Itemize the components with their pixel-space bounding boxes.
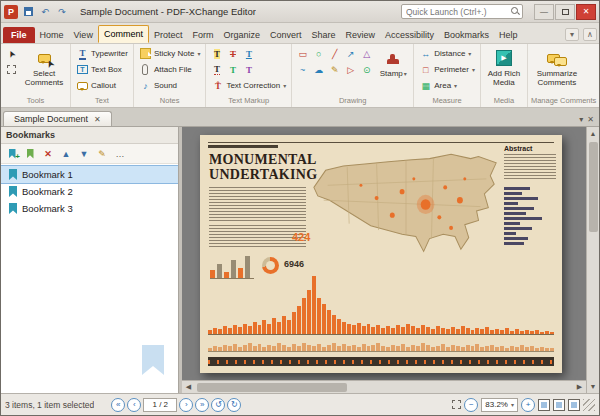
vertical-scrollbar[interactable]: ▲ ▼ bbox=[586, 127, 599, 393]
close-button[interactable]: ✕ bbox=[576, 4, 596, 20]
eraser-tool-icon[interactable]: ▷ bbox=[343, 62, 358, 77]
zoom-dropdown-icon[interactable]: ▾ bbox=[511, 401, 514, 408]
sticky-note-button[interactable]: Sticky Note▾ bbox=[137, 46, 202, 61]
polygon-shape-icon[interactable]: △ bbox=[359, 46, 374, 61]
rectangle-shape-icon[interactable]: ▭ bbox=[295, 46, 310, 61]
delete-bookmark-icon[interactable]: ✕ bbox=[40, 146, 56, 162]
scroll-right-icon[interactable]: ▶ bbox=[573, 381, 586, 393]
resize-grip[interactable] bbox=[583, 399, 595, 411]
tab-review[interactable]: Review bbox=[341, 27, 381, 43]
move-down-icon[interactable]: ▼ bbox=[76, 146, 92, 162]
dot-shape-icon[interactable]: ⊙ bbox=[359, 62, 374, 77]
minimize-button[interactable]: — bbox=[534, 4, 554, 20]
undo-icon[interactable]: ↶ bbox=[38, 5, 52, 19]
bookmark-item[interactable]: Bookmark 3 bbox=[1, 200, 178, 217]
cloud-shape-icon[interactable]: ☁ bbox=[311, 62, 326, 77]
add-rich-media-button[interactable]: ▶ Add Rich Media bbox=[484, 46, 524, 88]
fit-width-icon[interactable] bbox=[553, 399, 565, 411]
pencil-tool-icon[interactable]: ✎ bbox=[327, 62, 342, 77]
page-kicker bbox=[208, 145, 278, 148]
ellipse-shape-icon[interactable]: ○ bbox=[311, 46, 326, 61]
horizontal-scrollbar[interactable]: ◀ ▶ bbox=[182, 380, 586, 393]
squiggly-underline-icon[interactable]: T bbox=[209, 62, 224, 77]
quick-launch[interactable] bbox=[401, 4, 523, 19]
scroll-left-icon[interactable]: ◀ bbox=[182, 381, 195, 393]
fit-visible-icon[interactable] bbox=[568, 399, 580, 411]
document-tab[interactable]: Sample Document ✕ bbox=[3, 111, 112, 126]
tab-protect[interactable]: Protect bbox=[149, 27, 188, 43]
snapshot-tool-icon[interactable] bbox=[452, 400, 461, 409]
tab-accessibility[interactable]: Accessibility bbox=[380, 27, 439, 43]
summarize-comments-button[interactable]: Summarize Comments bbox=[531, 46, 583, 88]
ribbon-options-icon[interactable]: ▾ bbox=[565, 28, 579, 41]
callout-button[interactable]: Callout bbox=[74, 78, 130, 93]
last-page-button[interactable]: » bbox=[195, 398, 209, 412]
bookmark-options-icon[interactable]: … bbox=[112, 146, 128, 162]
add-child-bookmark-icon[interactable] bbox=[22, 146, 38, 162]
line-shape-icon[interactable]: ╱ bbox=[327, 46, 342, 61]
underline-text-icon[interactable]: T bbox=[241, 46, 256, 61]
page-right-bar-chart bbox=[504, 187, 556, 247]
zoom-in-button[interactable]: + bbox=[521, 398, 535, 412]
scroll-up-icon[interactable]: ▲ bbox=[587, 127, 599, 140]
maximize-button[interactable] bbox=[555, 4, 575, 20]
tab-share[interactable]: Share bbox=[306, 27, 340, 43]
pan-tool-icon[interactable]: ➤ bbox=[4, 46, 19, 61]
search-icon[interactable] bbox=[511, 7, 520, 16]
replace-text-icon[interactable]: T bbox=[241, 62, 256, 77]
bookmark-item[interactable]: Bookmark 1 bbox=[1, 166, 178, 183]
tab-bookmarks[interactable]: Bookmarks bbox=[439, 27, 494, 43]
text-correction-button[interactable]: T̂ Text Correction▾ bbox=[209, 78, 288, 93]
add-bookmark-icon[interactable]: + bbox=[4, 146, 20, 162]
document-tab-close-icon[interactable]: ✕ bbox=[94, 115, 101, 124]
move-up-icon[interactable]: ▲ bbox=[58, 146, 74, 162]
tab-list-icon[interactable]: ▾ bbox=[579, 115, 583, 124]
text-box-button[interactable]: T Text Box bbox=[74, 62, 130, 77]
quick-launch-input[interactable] bbox=[404, 6, 511, 18]
sound-button[interactable]: ♪ Sound bbox=[137, 78, 202, 93]
scroll-down-icon[interactable]: ▼ bbox=[587, 380, 599, 393]
zoom-out-button[interactable]: − bbox=[464, 398, 478, 412]
page-donut-chart bbox=[262, 257, 279, 274]
document-view[interactable]: MONUMENTAL UNDERTAKING 6946 424 43.5% bbox=[182, 127, 586, 380]
tab-organize[interactable]: Organize bbox=[218, 27, 265, 43]
horizontal-scroll-thumb[interactable] bbox=[197, 383, 347, 392]
tab-view[interactable]: View bbox=[69, 27, 98, 43]
strikeout-text-icon[interactable]: T bbox=[225, 46, 240, 61]
zoom-level-box[interactable]: 83.2% ▾ bbox=[481, 398, 518, 412]
snapshot-icon[interactable] bbox=[4, 62, 19, 77]
tab-home[interactable]: Home bbox=[35, 27, 69, 43]
save-icon[interactable] bbox=[21, 5, 35, 19]
select-comments-button[interactable]: ➤ Select Comments bbox=[21, 46, 67, 88]
perimeter-button[interactable]: □ Perimeter▾ bbox=[417, 62, 477, 77]
polyline-shape-icon[interactable]: ~ bbox=[295, 62, 310, 77]
arrow-shape-icon[interactable]: ↗ bbox=[343, 46, 358, 61]
previous-view-button[interactable]: ↺ bbox=[211, 398, 225, 412]
close-document-icon[interactable]: ✕ bbox=[587, 115, 594, 124]
attach-file-button[interactable]: Attach File bbox=[137, 62, 202, 77]
page-number-field[interactable] bbox=[143, 398, 177, 412]
edit-bookmark-icon[interactable]: ✎ bbox=[94, 146, 110, 162]
tab-convert[interactable]: Convert bbox=[265, 27, 307, 43]
tab-form[interactable]: Form bbox=[187, 27, 218, 43]
first-page-button[interactable]: « bbox=[111, 398, 125, 412]
insert-text-icon[interactable]: T bbox=[225, 62, 240, 77]
stamp-button[interactable]: Stamp▾ bbox=[376, 46, 410, 79]
stamp-icon bbox=[381, 47, 405, 69]
area-button[interactable]: ▦ Area▾ bbox=[417, 78, 477, 93]
tab-file[interactable]: File bbox=[3, 27, 35, 43]
fit-page-icon[interactable] bbox=[538, 399, 550, 411]
bookmark-item[interactable]: Bookmark 2 bbox=[1, 183, 178, 200]
highlight-text-icon[interactable]: T bbox=[209, 46, 224, 61]
tab-help[interactable]: Help bbox=[494, 27, 523, 43]
tab-comment[interactable]: Comment bbox=[98, 25, 149, 43]
vertical-scroll-thumb[interactable] bbox=[589, 142, 598, 232]
redo-icon[interactable]: ↷ bbox=[55, 5, 69, 19]
group-label-measure: Measure bbox=[417, 95, 477, 107]
previous-page-button[interactable]: ‹ bbox=[127, 398, 141, 412]
next-page-button[interactable]: › bbox=[179, 398, 193, 412]
collapse-ribbon-icon[interactable]: ∧ bbox=[583, 28, 597, 41]
distance-button[interactable]: ↔ Distance▾ bbox=[417, 46, 477, 61]
next-view-button[interactable]: ↻ bbox=[227, 398, 241, 412]
typewriter-button[interactable]: T Typewriter bbox=[74, 46, 130, 61]
